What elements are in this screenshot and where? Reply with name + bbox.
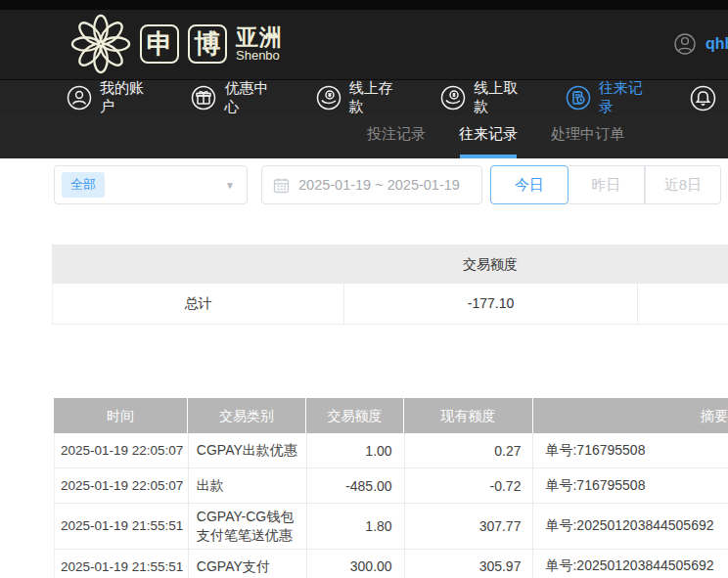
nav-label: 我的账户 [100, 79, 152, 116]
category-selected-tag[interactable]: 全部 [62, 172, 105, 198]
logo-char-2: 博 [188, 24, 227, 64]
summary-total-value: -177.10 [344, 284, 638, 324]
brand-subtitle: Shenbo [236, 49, 283, 63]
table-row: 2025-01-19 22:05:07 CGPAY出款优惠 1.00 0.27 … [54, 433, 728, 468]
gift-icon [191, 85, 216, 111]
summary-table: 交易额度 总计 -177.10 [52, 245, 728, 325]
flower-logo-icon [70, 13, 131, 75]
cell-type: 出款 [189, 468, 307, 503]
cell-balance: 307.77 [405, 504, 534, 549]
user-account[interactable]: qhh [673, 32, 728, 56]
cell-balance: 305.97 [405, 550, 534, 578]
cell-amount: -485.00 [307, 468, 405, 503]
avatar-icon [673, 32, 697, 56]
summary-header-amount: 交易额度 [343, 245, 637, 284]
calendar-icon [273, 177, 290, 194]
logo-char-1: 申 [140, 24, 179, 64]
cell-note: 单号:716795508 [533, 433, 728, 467]
bell-icon [690, 85, 716, 111]
category-select[interactable]: 全部 ▼ [54, 165, 248, 204]
summary-empty-cell [638, 284, 728, 324]
table-row: 2025-01-19 22:05:07 出款 -485.00 -0.72 单号:… [54, 468, 728, 504]
col-header-type: 交易类别 [188, 398, 306, 433]
nav-label: 线上取款 [474, 79, 525, 116]
chevron-down-icon: ▼ [225, 180, 235, 191]
nav-item-deposit[interactable]: 线上存款 [316, 79, 401, 116]
table-row: 2025-01-19 21:55:51 CGPAY-CG钱包支付笔笔送优惠 1.… [54, 504, 728, 550]
cell-amount: 1.00 [307, 433, 405, 467]
summary-total-label: 总计 [53, 284, 344, 324]
cell-note: 单号:716795508 [533, 468, 728, 503]
main-nav: 我的账户 优惠中心 线上存款 [0, 79, 728, 115]
brand-logo[interactable]: 申 博 亚洲 Shenbo [70, 13, 283, 75]
cell-amount: 300.00 [307, 550, 405, 578]
tab-betting-records[interactable]: 投注记录 [367, 125, 426, 158]
summary-header-row: 交易额度 [52, 245, 728, 284]
cell-time: 2025-01-19 21:55:51 [55, 550, 189, 578]
col-header-amount: 交易额度 [306, 398, 404, 433]
cell-time: 2025-01-19 22:05:07 [55, 468, 189, 503]
cell-type: CGPAY支付 [189, 550, 307, 578]
username[interactable]: qhh [705, 35, 728, 53]
record-tabs: 投注记录 往来记录 处理中订单 [0, 115, 728, 158]
nav-item-notifications[interactable] [690, 85, 716, 111]
col-header-note: 摘要 [533, 398, 728, 433]
col-header-balance: 现有额度 [404, 398, 533, 433]
tab-processing-orders[interactable]: 处理中订单 [551, 125, 624, 158]
cell-time: 2025-01-19 21:55:51 [55, 504, 189, 549]
date-range-input[interactable]: 2025-01-19 ~ 2025-01-19 [261, 165, 482, 204]
brand-region: 亚洲 [236, 25, 283, 49]
cell-time: 2025-01-19 22:05:07 [55, 433, 189, 467]
cell-type: CGPAY出款优惠 [189, 433, 307, 467]
nav-item-records[interactable]: 往来记录 [566, 79, 651, 116]
table-row: 2025-01-19 21:55:51 CGPAY支付 300.00 305.9… [54, 550, 728, 578]
tab-transaction-records[interactable]: 往来记录 [459, 125, 518, 158]
user-icon [67, 85, 92, 111]
nav-label: 线上存款 [349, 79, 401, 116]
transactions-table: 时间 交易类别 交易额度 现有额度 摘要 2025-01-19 22:05:07… [54, 398, 728, 578]
cell-note: 单号:202501203844505692 [533, 550, 728, 578]
nav-item-withdraw[interactable]: 线上取款 [440, 79, 525, 116]
nav-item-promotions[interactable]: 优惠中心 [191, 79, 276, 116]
last-8-days-button[interactable]: 近8日 [645, 165, 721, 204]
date-range-value: 2025-01-19 ~ 2025-01-19 [298, 177, 460, 193]
records-icon [566, 85, 591, 111]
col-header-time: 时间 [54, 398, 188, 433]
summary-total-row: 总计 -177.10 [52, 284, 728, 325]
cell-note: 单号:202501203844505692 [533, 504, 728, 549]
withdraw-icon [440, 85, 466, 111]
nav-label: 优惠中心 [224, 79, 276, 116]
deposit-icon [316, 85, 341, 111]
yesterday-button[interactable]: 昨日 [569, 165, 645, 204]
site-header: 申 博 亚洲 Shenbo qhh [0, 10, 728, 79]
today-button[interactable]: 今日 [490, 165, 569, 204]
table-header-row: 时间 交易类别 交易额度 现有额度 摘要 [54, 398, 728, 433]
nav-label: 往来记录 [599, 79, 651, 116]
cell-amount: 1.80 [307, 504, 405, 549]
cell-balance: 0.27 [405, 433, 534, 467]
cell-balance: -0.72 [405, 468, 534, 503]
quick-date-buttons: 今日 昨日 近8日 [490, 165, 721, 204]
top-strip [0, 0, 728, 10]
cell-type: CGPAY-CG钱包支付笔笔送优惠 [189, 504, 307, 549]
nav-item-my-account[interactable]: 我的账户 [67, 79, 152, 116]
